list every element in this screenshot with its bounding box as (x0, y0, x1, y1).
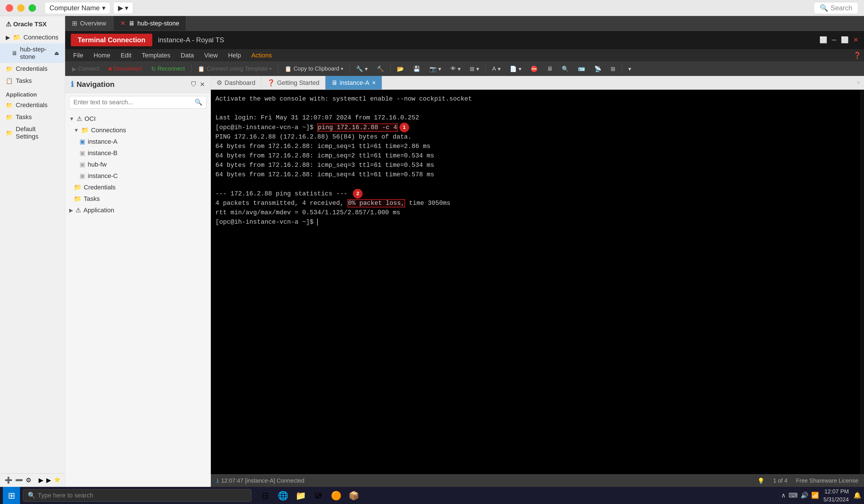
taskbar-app-terminal[interactable]: 🖳 (310, 488, 326, 503)
more-btn[interactable]: ▾ (624, 64, 635, 74)
tree-item-hub-fw[interactable]: ▣ hub-fw (65, 159, 211, 170)
connect-template-button[interactable]: 📋 Connect using Template ▾ (194, 64, 276, 74)
menu-templates[interactable]: Templates (136, 50, 176, 61)
nav-close-btn[interactable]: ✕ (200, 81, 205, 88)
tree-item-application[interactable]: ▶ ⚠ Application (65, 205, 211, 216)
search-btn[interactable]: 🔍 (558, 64, 573, 74)
tree-item-tasks[interactable]: 📁 Tasks (65, 193, 211, 205)
ctab-dashboard[interactable]: ⚙ Dashboard (211, 76, 261, 89)
ctab-getting-started[interactable]: ❓ Getting Started (261, 76, 325, 89)
terminal-line-7: 64 bytes from 172.16.2.88: icmp_seq=3 tt… (215, 160, 860, 170)
status-right: 💡 1 of 4 Free Shareware License (757, 477, 858, 484)
taskbar-search[interactable]: 🔍 Type here to search (23, 489, 251, 502)
start-button[interactable]: ⊞ (3, 487, 20, 504)
close-circle-icon[interactable]: ✕ (120, 20, 125, 27)
tools-btn2[interactable]: 🔨 (373, 64, 388, 74)
save-btn[interactable]: 💾 (409, 64, 424, 74)
sidebar-item-app-credentials[interactable]: 📁 Credentials (0, 99, 65, 111)
menu-help[interactable]: Help (223, 50, 246, 61)
cred-folder-icon: 📁 (74, 184, 82, 191)
grid-btn[interactable]: ⊞ (607, 64, 620, 74)
taskbar-app-package[interactable]: 📦 (346, 488, 362, 503)
royal-content: ℹ Navigation ⛉ ✕ 🔍 ▼ ⚠ OCI (65, 76, 864, 487)
play-dropdown[interactable]: ▶ ▾ (113, 2, 133, 14)
monitor-btn[interactable]: 🖥 (543, 64, 556, 74)
tree-item-instance-c[interactable]: ▣ instance-C (65, 170, 211, 182)
disconnect-button[interactable]: ■ Disconnect (105, 64, 146, 74)
chevron-up-icon[interactable]: ∧ (781, 492, 786, 499)
minimize-win-button[interactable]: ─ (832, 36, 836, 44)
connect-button[interactable]: ▶ Connect (68, 64, 104, 74)
help-icon[interactable]: ❓ (853, 52, 861, 59)
computer-name-dropdown[interactable]: Computer Name ▾ (45, 2, 110, 14)
sidebar-item-app-tasks[interactable]: 📁 Tasks (0, 111, 65, 123)
taskbar-app-orange[interactable]: 🟠 (328, 488, 344, 503)
stop-red-icon: ⛔ (531, 65, 538, 72)
sidebar-item-default-settings[interactable]: 📁 Default Settings (0, 123, 65, 143)
tree-item-oci[interactable]: ▼ ⚠ OCI (65, 113, 211, 124)
chevron-right-icon[interactable]: ▶ (38, 477, 44, 484)
tree-item-instance-b[interactable]: ▣ instance-B (65, 147, 211, 159)
save-icon: 💾 (413, 65, 420, 72)
keyboard-icon[interactable]: ⌨ (789, 492, 798, 499)
taskbar-app-explorer[interactable]: 📁 (292, 488, 309, 503)
tab-overview[interactable]: ⊞ Overview (65, 16, 113, 31)
star-icon[interactable]: ⭐ (54, 477, 60, 484)
terminal-area[interactable]: Activate the web console with: systemctl… (211, 90, 864, 474)
notification-icon[interactable]: 🔔 (853, 492, 861, 499)
reconnect-button[interactable]: ↻ Reconnect (147, 64, 189, 74)
menu-actions[interactable]: Actions (246, 50, 277, 61)
content-tabs: ⚙ Dashboard ❓ Getting Started 🖥 instance… (211, 76, 864, 90)
taskbar-app-edge[interactable]: 🌐 (275, 488, 291, 503)
maximize-win-button[interactable]: ⬜ (841, 36, 849, 44)
ctab-instance-a-close[interactable]: ✕ (372, 80, 376, 86)
terminal-scrollbar[interactable] (860, 90, 864, 474)
tree-item-instance-a[interactable]: ▣ instance-A (65, 136, 211, 147)
nav-search-input[interactable] (73, 99, 195, 106)
taskbar-clock[interactable]: 12:07 PM 5/31/2024 (824, 488, 849, 503)
network-icon[interactable]: 📶 (811, 492, 819, 499)
dashboard-icon: ⚙ (217, 79, 222, 86)
menu-edit[interactable]: Edit (116, 50, 136, 61)
copy-clipboard-button[interactable]: 📋 Copy to Clipboard ▾ (280, 64, 347, 74)
clipboard-icon: 📋 (285, 65, 292, 72)
font-btn[interactable]: A▾ (488, 64, 504, 74)
ctab-instance-a[interactable]: 🖥 instance-A ✕ (325, 76, 382, 89)
minimize-button[interactable] (17, 4, 25, 12)
chevron-right2-icon[interactable]: ▶ (46, 477, 51, 484)
sidebar-item-connections[interactable]: ▶ 📁 Connections (0, 32, 65, 44)
ctab-getting-started-label: Getting Started (277, 79, 320, 86)
settings-icon[interactable]: ⚙ (26, 477, 32, 484)
taskbar-app-task-view[interactable]: ⊟ (257, 488, 273, 503)
nav-search[interactable]: 🔍 (69, 96, 206, 109)
nav-filter-btn[interactable]: ⛉ (191, 81, 197, 88)
remove-icon[interactable]: ➖ (15, 477, 23, 484)
eye-btn[interactable]: 👁▾ (446, 64, 465, 74)
tree-item-connections[interactable]: ▼ 📁 Connections (65, 124, 211, 136)
menu-data[interactable]: Data (176, 50, 199, 61)
ctab-dropdown-icon[interactable]: ▾ (857, 79, 860, 86)
view-btn2[interactable]: ⊞▾ (466, 64, 483, 74)
restore-button[interactable]: ⬜ (819, 36, 827, 44)
menu-view[interactable]: View (199, 50, 223, 61)
speaker-icon[interactable]: 🔊 (801, 492, 808, 499)
tree-item-credentials[interactable]: 📁 Credentials (65, 182, 211, 193)
top-search-bar[interactable]: 🔍 Search (814, 2, 858, 14)
tab-hub-step-stone[interactable]: ✕ 🖥 hub-step-stone (113, 16, 187, 31)
camera-btn[interactable]: 📷▾ (425, 64, 445, 74)
menu-home[interactable]: Home (88, 50, 116, 61)
folder-btn[interactable]: 📂 (393, 64, 408, 74)
menu-file[interactable]: File (68, 50, 88, 61)
close-button[interactable] (6, 4, 13, 12)
id-btn[interactable]: 🪪 (574, 64, 589, 74)
doc-btn[interactable]: 📄▾ (506, 64, 525, 74)
sidebar-item-hub-step-stone[interactable]: 🖥 hub-step-stone ⏏ (0, 44, 65, 63)
sidebar-item-credentials[interactable]: 📁 Credentials (0, 63, 65, 75)
stop-btn[interactable]: ⛔ (527, 64, 542, 74)
sidebar-item-tasks[interactable]: 📋 Tasks (0, 75, 65, 87)
add-icon[interactable]: ➕ (4, 477, 12, 484)
tools-btn1[interactable]: 🔧▾ (352, 64, 372, 74)
close-win-button[interactable]: ✕ (853, 36, 858, 44)
wifi-btn[interactable]: 📡 (590, 64, 605, 74)
maximize-button[interactable] (28, 4, 36, 12)
